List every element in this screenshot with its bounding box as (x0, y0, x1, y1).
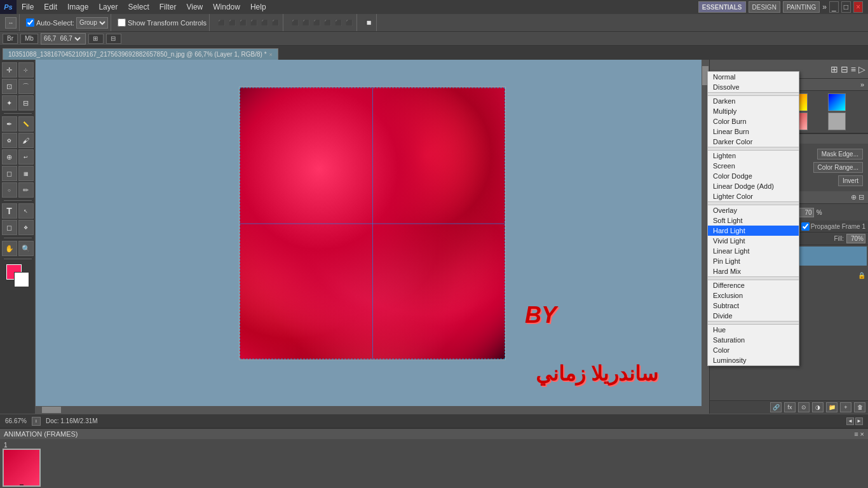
blend-dissolve[interactable]: Dissolve (708, 82, 799, 92)
blend-darken[interactable]: Darken (708, 96, 799, 106)
menu-image[interactable]: Image (62, 0, 93, 14)
panel-icon-3[interactable]: ≡ (851, 64, 856, 74)
blend-vividlight[interactable]: Vivid Light (708, 236, 799, 246)
blend-linearlight[interactable]: Linear Light (708, 246, 799, 256)
blend-colorburn[interactable]: Color Burn (708, 116, 799, 126)
add-mask-btn[interactable]: ⊙ (798, 402, 810, 412)
blend-luminosity[interactable]: Luminosity (708, 355, 799, 365)
align-left-icon[interactable]: ⬛ (216, 18, 226, 28)
blend-divide[interactable]: Divide (708, 311, 799, 321)
pen-tool[interactable]: ✏ (18, 182, 34, 198)
tab-close-btn[interactable]: × (269, 51, 273, 58)
delete-layer-btn[interactable]: 🗑 (854, 402, 865, 412)
artboard-tool[interactable]: ⊹ (18, 62, 34, 78)
brush-tool[interactable]: 🖌 (18, 133, 34, 148)
blend-hardlight[interactable]: Hard Light (708, 226, 799, 236)
blend-multiply[interactable]: Multiply (708, 106, 799, 116)
distribute-t-icon[interactable]: ⬛ (333, 18, 343, 28)
blend-colordodge[interactable]: Color Dodge (708, 171, 799, 181)
blend-lightercolor[interactable]: Lighter Color (708, 191, 799, 201)
h-scroll-thumb[interactable] (42, 407, 61, 413)
zoom-dropdown[interactable]: 66,7 (57, 34, 83, 44)
blend-saturation[interactable]: Saturation (708, 335, 799, 345)
blend-lineardodge[interactable]: Linear Dodge (Add) (708, 181, 799, 191)
custom-shape-tool[interactable]: ❖ (18, 220, 34, 235)
bridge-btn[interactable]: Br (3, 34, 18, 44)
auto-select-dropdown[interactable]: Group Layer (76, 17, 108, 29)
paths-icon-2[interactable]: ⊟ (858, 193, 864, 201)
gradient-tool[interactable]: ▦ (18, 166, 34, 181)
align-center-h-icon[interactable]: ⬛ (259, 18, 269, 28)
blend-pinlight[interactable]: Pin Light (708, 256, 799, 266)
add-adjustment-btn[interactable]: ◑ (812, 402, 824, 412)
move-tool-icon[interactable]: ↔ (5, 17, 17, 29)
distribute-b-icon[interactable]: ⬛ (344, 18, 354, 28)
blend-overlay[interactable]: Overlay (708, 205, 799, 215)
blend-color[interactable]: Color (708, 345, 799, 355)
nav-left[interactable]: ◄ (846, 417, 854, 425)
transform-checkbox[interactable] (118, 18, 126, 27)
fill-input[interactable] (846, 234, 865, 243)
blend-subtract[interactable]: Subtract (708, 301, 799, 311)
auto-align-icon[interactable]: 🔲 (363, 18, 374, 28)
more-btn[interactable]: » (822, 3, 827, 11)
status-info-btn[interactable]: i (32, 417, 41, 426)
add-style-btn[interactable]: fx (784, 402, 796, 412)
zoom-tool[interactable]: 🔍 (18, 241, 34, 256)
menu-help[interactable]: Help (245, 0, 271, 14)
menu-file[interactable]: File (17, 0, 39, 14)
nav-right[interactable]: ► (855, 417, 863, 425)
blend-softlight[interactable]: Soft Light (708, 215, 799, 226)
blend-hue[interactable]: Hue (708, 325, 799, 335)
blend-darkercolor[interactable]: Darker Color (708, 137, 799, 147)
align-right-icon[interactable]: ⬛ (238, 18, 248, 28)
stamp-tool[interactable]: ⊕ (2, 149, 17, 165)
eraser-tool[interactable]: ◻ (2, 166, 17, 181)
type-tool[interactable]: T (2, 203, 17, 219)
blend-exclusion[interactable]: Exclusion (708, 290, 799, 301)
menu-edit[interactable]: Edit (39, 0, 62, 14)
hand-tool[interactable]: ✋ (2, 241, 17, 256)
blend-screen[interactable]: Screen (708, 161, 799, 171)
anim-header-btn1[interactable]: ≡ (854, 430, 858, 438)
path-select-tool[interactable]: ↖ (18, 203, 34, 219)
blend-hardmix[interactable]: Hard Mix (708, 266, 799, 276)
dodge-tool[interactable]: ○ (2, 182, 17, 198)
style-8[interactable] (828, 112, 846, 130)
distribute-l-icon[interactable]: ⬛ (311, 18, 322, 28)
history-brush-tool[interactable]: ↩ (18, 149, 34, 165)
menu-select[interactable]: Select (123, 0, 154, 14)
blend-lighten[interactable]: Lighten (708, 151, 799, 161)
add-group-btn[interactable]: 📁 (826, 402, 837, 412)
spot-heal-tool[interactable]: ✿ (2, 133, 17, 148)
minimize-btn[interactable]: _ (829, 1, 839, 13)
color-range-btn[interactable]: Color Range... (813, 162, 863, 173)
close-btn[interactable]: × (853, 1, 863, 13)
h-scrollbar[interactable] (36, 406, 702, 414)
blend-linearburn[interactable]: Linear Burn (708, 126, 799, 137)
design-btn[interactable]: DESIGN (749, 1, 780, 13)
blend-difference[interactable]: Difference (708, 280, 799, 290)
quick-select-tool[interactable]: ✦ (2, 95, 17, 111)
link-layers-btn[interactable]: 🔗 (770, 402, 782, 412)
shape-tool[interactable]: ◻ (2, 220, 17, 235)
menu-view[interactable]: View (181, 0, 208, 14)
menu-window[interactable]: Window (208, 0, 245, 14)
view-mode-btn[interactable]: ⊟ (106, 34, 121, 44)
menu-layer[interactable]: Layer (93, 0, 123, 14)
align-center-v-icon[interactable]: ⬛ (227, 18, 237, 28)
painting-btn[interactable]: PAINTING (783, 1, 820, 13)
background-color[interactable] (14, 272, 29, 287)
mask-edge-btn[interactable]: Mask Edge... (817, 149, 863, 159)
distribute-v-icon[interactable]: ⬛ (301, 18, 311, 28)
eyedropper-tool[interactable]: ✒ (2, 116, 17, 132)
distribute-h-icon[interactable]: ⬛ (290, 18, 300, 28)
mini-bridge-btn[interactable]: Mb (20, 34, 38, 44)
crop-tool[interactable]: ⊟ (18, 95, 34, 111)
blend-normal[interactable]: Normal (708, 72, 799, 82)
menu-filter[interactable]: Filter (154, 0, 182, 14)
new-layer-btn[interactable]: + (840, 402, 851, 412)
essentials-btn[interactable]: ESSENTIALS (698, 1, 746, 13)
panel-icon-2[interactable]: ⊟ (841, 64, 848, 74)
align-bottom-icon[interactable]: ⬛ (270, 18, 280, 28)
